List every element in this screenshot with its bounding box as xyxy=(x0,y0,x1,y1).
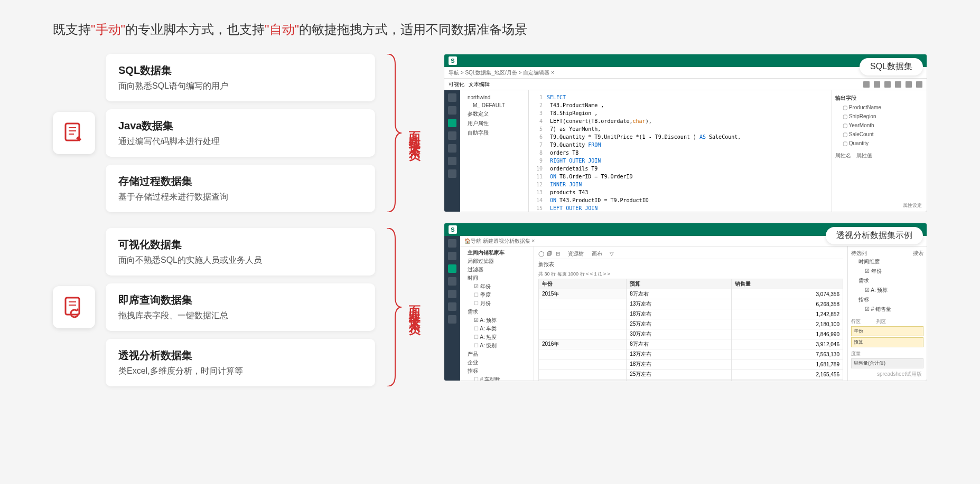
group-technical: SQL数据集 面向熟悉SQL语句编写的用户 Java数据集 通过编写代码脚本进行… xyxy=(53,54,423,212)
tree-item[interactable]: 指标 xyxy=(462,367,531,375)
table-title: 新报表 xyxy=(538,259,843,270)
tree-root: 主间内销私家车 xyxy=(462,249,531,257)
nav-settings-icon[interactable] xyxy=(448,315,456,324)
tree-item[interactable]: 用户属性 xyxy=(463,119,525,128)
tree-item[interactable]: 过滤器 xyxy=(462,265,531,274)
output-panel: 输出字段 ProductName ShipRegion YearMonth Sa… xyxy=(832,90,927,212)
doc-refresh-icon xyxy=(53,286,95,328)
nav-dataset-icon[interactable] xyxy=(448,264,456,273)
headline: 既支持"手动"的专业脚本方式，也支持"自动"的敏捷拖拽方式，适用不同数据准备场景 xyxy=(53,21,927,38)
card-title: 可视化数据集 xyxy=(118,238,362,252)
card-pivot-dataset: 透视分析数据集 类Excel,多维度分析，时间计算等 xyxy=(106,339,375,386)
pivot-result-area: ◯🗐⊟ 資源樹 画布 ▽ 新报表 共 30 行 每页 1000 行 < < 1 … xyxy=(534,246,847,381)
card-proc-dataset: 存储过程数据集 基于存储过程来进行数据查询 xyxy=(106,165,375,212)
tree-item[interactable]: A: 级别 xyxy=(462,341,531,350)
bracket-icon xyxy=(386,228,402,386)
badge-pivot: 透视分析数据集示例 xyxy=(826,227,923,244)
nav-chart-icon[interactable] xyxy=(448,277,456,286)
card-title: SQL数据集 xyxy=(118,63,362,78)
badge-sql: SQL数据集 xyxy=(860,58,923,75)
side-nav xyxy=(444,236,460,381)
row-zone-item[interactable]: 年份 xyxy=(851,326,923,336)
card-desc: 面向不熟悉SQL的实施人员或业务人员 xyxy=(118,255,362,266)
source-tree: northwind M_ DEFAULT 参数定义 用户属性 自助字段 xyxy=(460,90,529,212)
card-title: 即席查询数据集 xyxy=(118,293,362,307)
tree-item[interactable]: A: 热度 xyxy=(462,333,531,341)
tree-item[interactable]: 自助字段 xyxy=(463,128,525,138)
doc-hand-icon xyxy=(53,112,95,154)
card-title: Java数据集 xyxy=(118,119,362,133)
row-zone-item[interactable]: 预算 xyxy=(851,337,923,347)
tree-item[interactable]: 局部过滤器 xyxy=(462,257,531,265)
output-field[interactable]: Quantity xyxy=(835,139,923,148)
card-desc: 通过编写代码脚本进行处理 xyxy=(118,136,362,147)
nav-send-icon[interactable] xyxy=(448,290,456,298)
save-icon[interactable] xyxy=(863,81,870,88)
nav-help-icon[interactable] xyxy=(448,157,456,165)
tree-item[interactable]: 参数定义 xyxy=(463,109,525,119)
screenshot-sql: SQL数据集 S 导航 > SQL数据集_地区/月份 > 自定编辑器 × 可视化… xyxy=(444,54,927,212)
tree-item[interactable]: 产品 xyxy=(462,350,531,358)
card-desc: 拖拽库表字段、一键数据汇总 xyxy=(118,310,362,321)
tree-item[interactable]: 企业 xyxy=(462,358,531,367)
nav-settings-icon[interactable] xyxy=(448,169,456,178)
screenshot-pivot: 透视分析数据集示例 S xyxy=(444,223,927,381)
wrench-icon[interactable] xyxy=(906,81,912,88)
output-field[interactable]: ProductName xyxy=(835,103,923,112)
tree-item[interactable]: # 车型数 xyxy=(462,375,531,381)
group-nontechnical: 可视化数据集 面向不熟悉SQL的实施人员或业务人员 即席查询数据集 拖拽库表字段… xyxy=(53,228,423,386)
copy-icon[interactable] xyxy=(884,81,891,88)
nav-chart-icon[interactable] xyxy=(448,131,456,140)
export-icon[interactable] xyxy=(916,81,922,88)
nav-db-icon[interactable] xyxy=(448,252,456,260)
tree-item[interactable]: M_ DEFAULT xyxy=(463,101,525,109)
side-nav xyxy=(444,90,460,212)
group-label-tech: 面向纯技术人员 xyxy=(407,122,423,144)
tree-item[interactable]: northwind xyxy=(463,93,525,101)
nav-send-icon[interactable] xyxy=(448,144,456,153)
nav-home-icon[interactable] xyxy=(448,93,456,102)
card-desc: 基于存储过程来进行数据查询 xyxy=(118,192,362,203)
watermark: spreadsheet试用版 xyxy=(877,371,922,378)
card-desc: 类Excel,多维度分析，时间计算等 xyxy=(118,366,362,377)
tree-item[interactable]: 时间 xyxy=(462,274,531,282)
breadcrumb-bar: 导航 > SQL数据集_地区/月份 > 自定编辑器 × xyxy=(444,67,927,79)
card-title: 存储过程数据集 xyxy=(118,174,362,188)
app-titlebar: S xyxy=(444,54,927,67)
toolbar: 可视化文本编辑 xyxy=(444,79,927,90)
card-visual-dataset: 可视化数据集 面向不熟悉SQL的实施人员或业务人员 xyxy=(106,228,375,276)
sql-editor[interactable]: 1SELECT2 T43.ProductName ,3 T8.ShipRegio… xyxy=(529,90,832,212)
card-adhoc-dataset: 即席查询数据集 拖拽库表字段、一键数据汇总 xyxy=(106,283,375,331)
nav-dataset-icon[interactable] xyxy=(448,119,456,127)
tree-item[interactable]: 年份 xyxy=(462,282,531,291)
nav-home-icon[interactable] xyxy=(448,239,456,248)
dim-item[interactable]: # 销售量 xyxy=(851,305,923,314)
output-field[interactable]: ShipRegion xyxy=(835,112,923,121)
config-panel: 待选列 搜索 时间维度 年份 需求 A: 预算 指标 # 销售量 xyxy=(847,246,927,381)
result-toolbar: ◯🗐⊟ 資源樹 画布 ▽ xyxy=(538,249,843,259)
dim-group: 时间维度 xyxy=(851,257,923,267)
field-tree: 主间内销私家车 局部过滤器过滤器时间年份季度月份需求A: 预算A: 车类A: 热… xyxy=(460,246,534,381)
card-desc: 面向熟悉SQL语句编写的用户 xyxy=(118,81,362,92)
nav-db-icon[interactable] xyxy=(448,106,456,115)
pager: 共 30 行 每页 1000 行 < < 1 /1 > > xyxy=(538,270,843,279)
tree-item[interactable]: 需求 xyxy=(462,308,531,316)
run-icon[interactable] xyxy=(874,81,880,88)
tree-item[interactable]: A: 预算 xyxy=(462,316,531,325)
tree-item[interactable]: 季度 xyxy=(462,291,531,299)
tree-item[interactable]: 月份 xyxy=(462,299,531,308)
dim-item[interactable]: A: 预算 xyxy=(851,286,923,295)
output-field[interactable]: YearMonth xyxy=(835,121,923,130)
card-java-dataset: Java数据集 通过编写代码脚本进行处理 xyxy=(106,109,375,157)
gear-icon[interactable] xyxy=(895,81,901,88)
card-sql-dataset: SQL数据集 面向熟悉SQL语句编写的用户 xyxy=(106,54,375,101)
dim-item[interactable]: 年份 xyxy=(851,267,923,276)
output-field[interactable]: SaleCount xyxy=(835,130,923,139)
pivot-table: 年份预算销售量2015年8万左右3,074,35613万左右6,268,3581… xyxy=(538,279,843,381)
measure-zone-item[interactable]: 销售量(合计值) xyxy=(851,358,923,368)
logo-s-icon: S xyxy=(449,225,457,234)
nav-help-icon[interactable] xyxy=(448,302,456,311)
card-title: 透视分析数据集 xyxy=(118,348,362,363)
tree-item[interactable]: A: 车类 xyxy=(462,325,531,333)
group-label-nontech: 面向非技术人员 xyxy=(407,296,423,318)
